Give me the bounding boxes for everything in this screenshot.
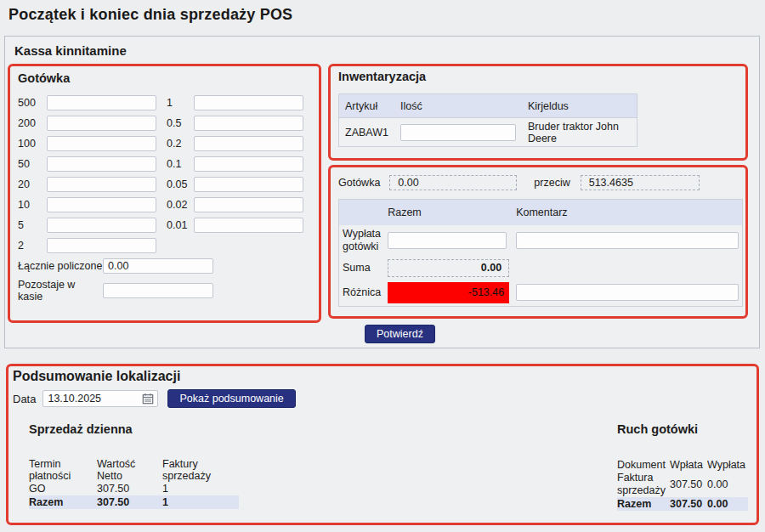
denomination-list: 500 1 200 0.5 100 0.2 50 0.1 [18,95,311,253]
total-counted-input[interactable] [103,258,213,274]
cash-panel-title: Gotówka [18,71,311,85]
kassa-section-title: Kassa kinnitamine [14,43,127,58]
cash-movement-total-row: Razem 307.50 0.00 [617,497,748,511]
inventory-row: ZABAW1 Bruder traktor John Deere [339,118,638,147]
sum-label: Suma [339,257,385,280]
cash-payout-total-input[interactable] [388,232,507,249]
difference-row: Różnica -513.46 [339,280,743,307]
daily-sales-row: GO 307.50 1 [29,482,239,495]
movement-cell-withdrawal: 0.00 [707,472,748,497]
denom-input-0-01[interactable] [194,218,303,233]
cash-panel: Gotówka 500 1 200 0.5 100 0.2 50 [8,64,321,323]
denom-input-0-02[interactable] [194,197,303,212]
reconciliation-panel: Gotówka 0.00 przeciw 513.4635 Razem Kome… [328,165,748,319]
denom-label-0-02: 0.02 [167,199,194,211]
kassa-section: Kassa kinnitamine Gotówka 500 1 200 0.5 … [4,36,760,348]
daily-sales-table: Termin płatności Wartość Netto Faktury s… [29,458,239,509]
denom-label-500: 500 [18,97,47,109]
denom-label-0-2: 0.2 [167,138,194,150]
recon-header-total: Razem [384,200,513,225]
denomination-row: 500 1 [18,95,311,110]
recon-against-value: 513.4635 [581,175,700,190]
denom-label-1: 1 [167,97,194,109]
cash-payout-comment-input[interactable] [516,232,739,249]
sum-row: Suma 0.00 [339,257,743,280]
denomination-row: 20 0.05 [18,177,311,192]
difference-value: -513.46 [388,282,509,303]
movement-cell-deposit: 307.50 [670,472,707,497]
movement-total-withdrawal: 0.00 [707,497,748,511]
movement-total-label: Razem [617,497,670,511]
show-summary-button[interactable]: Pokaż podsumowanie [167,389,295,408]
inventory-table: Artykuł Ilość Kirjeldus ZABAW1 Bruder tr… [338,93,638,147]
denom-label-10: 10 [18,199,47,211]
cash-payout-row: Wypłata gotówki [339,225,743,257]
cash-movement-header-row: Dokument Wpłata Wypłata [617,458,748,472]
denom-input-0-1[interactable] [194,156,303,172]
daily-header-net-value: Wartość Netto [97,458,162,482]
recon-cash-label: Gotówka [338,177,380,189]
movement-header-document: Dokument [617,458,670,472]
denom-input-200[interactable] [47,116,156,131]
denom-label-50: 50 [18,158,47,170]
denom-input-2[interactable] [47,238,156,253]
denomination-row: 5 0.01 [18,218,311,233]
movement-cell-document: Faktura sprzedaży [617,472,670,497]
recon-against-label: przeciw [534,177,570,189]
denom-label-0-05: 0.05 [167,178,194,190]
denom-input-0-05[interactable] [194,177,303,192]
movement-header-withdrawal: Wypłata [707,458,748,472]
daily-sales-section: Sprzedaż dzienna Termin płatności Wartoś… [29,422,239,509]
daily-total-label: Razem [29,495,97,509]
inventory-panel: Inwentaryzacja Artykuł Ilość Kirjeldus Z… [328,64,748,161]
denom-input-100[interactable] [47,136,156,151]
inventory-panel-title: Inwentaryzacja [338,70,738,83]
denom-label-200: 200 [18,117,47,129]
inventory-header-quantity: Ilość [394,94,522,118]
cash-movement-table: Dokument Wpłata Wypłata Faktura sprzedaż… [617,458,748,511]
denom-label-0-01: 0.01 [167,219,194,231]
denom-input-0-5[interactable] [194,116,303,131]
date-label: Data [13,393,36,405]
confirm-button[interactable]: Potwierdź [365,325,435,343]
total-counted-label: Łącznie policzone [18,260,103,272]
denom-input-0-2[interactable] [194,136,303,151]
inventory-article-cell: ZABAW1 [339,118,394,147]
denom-label-100: 100 [18,138,47,150]
denom-input-20[interactable] [47,177,156,192]
date-input[interactable] [42,390,158,407]
cash-payout-label: Wypłata gotówki [339,225,385,257]
denom-input-5[interactable] [47,218,156,233]
daily-sales-title: Sprzedaż dzienna [29,422,239,436]
difference-label: Różnica [339,280,385,307]
daily-sales-total-row: Razem 307.50 1 [29,495,239,509]
denom-label-0-1: 0.1 [167,158,194,170]
recon-cash-value: 0.00 [389,175,517,190]
daily-cell-invoices: 1 [162,482,239,495]
remains-in-register-label: Pozostaje w kasie [18,279,103,303]
denom-input-500[interactable] [47,95,156,110]
movement-header-deposit: Wpłata [670,458,707,472]
denomination-row: 2 [18,238,311,253]
denom-input-1[interactable] [194,95,303,110]
inventory-description-cell: Bruder traktor John Deere [522,118,638,147]
sum-value: 0.00 [388,259,509,277]
inventory-header-description: Kirjeldus [522,94,638,118]
daily-cell-net: 307.50 [97,482,162,495]
denom-label-20: 20 [18,178,47,190]
daily-total-invoices: 1 [162,495,239,509]
inventory-quantity-input[interactable] [400,124,516,141]
denomination-row: 100 0.2 [18,136,311,151]
cash-movement-row: Faktura sprzedaży 307.50 0.00 [617,472,748,497]
denom-label-5: 5 [18,219,47,231]
remains-in-register-input[interactable] [103,283,213,298]
calendar-icon[interactable] [142,393,154,405]
cash-movement-title: Ruch gotówki [617,422,748,436]
denom-input-10[interactable] [47,197,156,212]
daily-header-sales-invoices: Faktury sprzedaży [162,458,239,482]
denom-input-50[interactable] [47,156,156,172]
denom-label-2: 2 [18,240,47,252]
denomination-row: 50 0.1 [18,156,311,172]
difference-comment-input[interactable] [516,284,739,301]
reconciliation-table: Razem Komentarz Wypłata gotówki Suma 0.0… [338,199,743,307]
